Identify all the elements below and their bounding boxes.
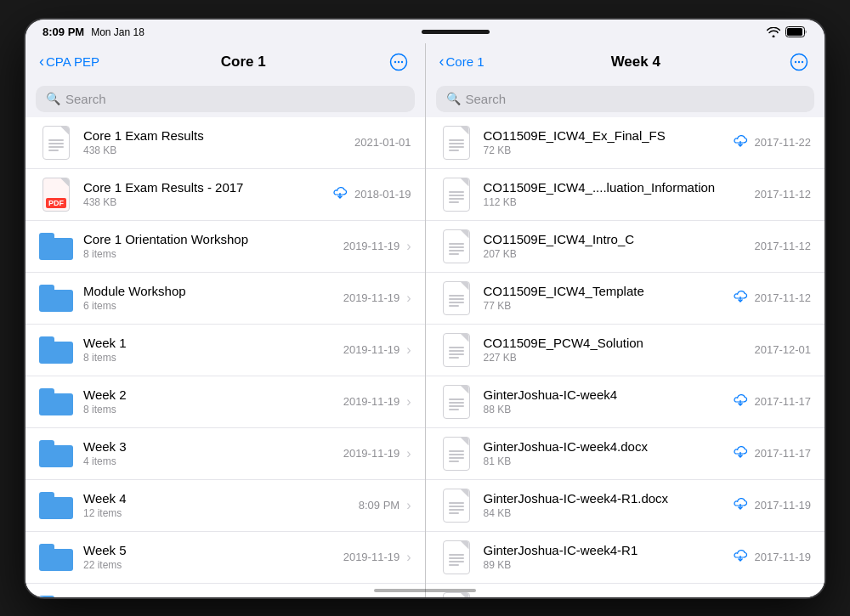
ipad-screen: 8:09 PM Mon Jan 18	[26, 20, 824, 597]
list-item[interactable]: Week 34 items2019-11-19›	[26, 428, 425, 480]
file-info: GinterJoshua-IC-week4-R189 KB	[484, 543, 733, 571]
file-info: Week 28 items	[83, 387, 343, 415]
battery-icon	[785, 26, 808, 37]
file-date: 2017-11-19	[755, 499, 812, 511]
right-file-list: CO11509E_ICW4_Ex_Final_FS72 KB2017-11-22…	[426, 117, 825, 597]
file-info: Core 1 Exam Results - 2017438 KB	[83, 180, 332, 208]
doc-icon	[439, 592, 473, 597]
file-name: GinterJoshua-PC-week4	[484, 595, 733, 597]
cloud-download-icon[interactable]	[733, 444, 748, 462]
file-date: 2017-11-19	[755, 551, 812, 563]
file-date: 2021-01-01	[354, 136, 411, 149]
file-right: 8:09 PM›	[359, 498, 411, 513]
file-date: 2019-11-19	[343, 551, 400, 563]
file-info: Core 1 Exam Results438 KB	[83, 128, 354, 156]
chevron-right-icon: ›	[406, 239, 411, 254]
file-date: 2017-11-22	[755, 136, 812, 149]
file-right: 2017-11-22	[733, 133, 812, 151]
wifi-icon	[767, 27, 780, 37]
list-item[interactable]: Module Workshop6 items2019-11-19›	[26, 273, 425, 325]
list-item[interactable]: CO11509E_ICW4_Intro_C207 KB2017-11-12	[426, 221, 825, 273]
file-right: 2018-01-19	[332, 185, 411, 203]
doc-icon	[39, 126, 73, 160]
file-info: Core 1 Orientation Workshop8 items	[83, 232, 343, 260]
file-info: GinterJoshua-IC-week4-R1.docx84 KB	[484, 491, 733, 519]
file-right: 2017-11-19	[733, 496, 812, 514]
list-item[interactable]: Week 69 items2019-11-19›	[26, 584, 425, 597]
file-name: GinterJoshua-IC-week4	[484, 387, 733, 402]
file-info: CO11509E_ICW4_Intro_C207 KB	[484, 232, 755, 260]
list-item[interactable]: PDFCore 1 Exam Results - 2017438 KB2018-…	[26, 169, 425, 221]
cloud-download-icon[interactable]	[733, 548, 748, 566]
list-item[interactable]: GinterJoshua-IC-week488 KB2017-11-17	[426, 376, 825, 428]
svg-point-3	[394, 60, 396, 62]
list-item[interactable]: Core 1 Exam Results438 KB2021-01-01	[26, 117, 425, 169]
cloud-download-icon[interactable]	[733, 393, 748, 410]
folder-icon	[39, 437, 73, 471]
file-info: CO11509E_PCW4_Solution227 KB	[484, 336, 755, 364]
list-item[interactable]: GinterJoshua-IC-week4.docx81 KB2017-11-1…	[426, 428, 825, 480]
file-name: Week 2	[83, 387, 343, 402]
file-info: Week 522 items	[83, 543, 343, 571]
list-item[interactable]: GinterJoshua-IC-week4-R189 KB2017-11-19	[426, 532, 825, 584]
list-item[interactable]: GinterJoshua-IC-week4-R1.docx84 KB2017-1…	[426, 480, 825, 532]
left-nav-bar: ‹ CPA PEP Core 1	[26, 43, 425, 81]
file-date: 2017-11-12	[755, 291, 812, 304]
svg-rect-1	[787, 28, 802, 36]
right-search-input[interactable]: 🔍 Search	[436, 86, 815, 112]
file-right: 2017-11-12	[755, 188, 812, 201]
file-date: 2017-12-01	[755, 343, 812, 356]
left-more-button[interactable]	[387, 50, 411, 74]
file-date: 2017-11-12	[755, 188, 812, 201]
right-more-button[interactable]	[787, 50, 811, 74]
file-name: CO11509E_ICW4_Ex_Final_FS	[484, 128, 733, 143]
file-meta: 22 items	[83, 559, 343, 571]
file-name: CO11509E_PCW4_Solution	[484, 336, 755, 350]
home-indicator	[374, 589, 476, 592]
left-search-input[interactable]: 🔍 Search	[36, 86, 415, 112]
ipad-frame: 8:09 PM Mon Jan 18	[26, 20, 824, 597]
list-item[interactable]: Week 522 items2019-11-19›	[26, 532, 425, 584]
file-meta: 227 KB	[484, 352, 755, 364]
right-back-button[interactable]: ‹ Core 1	[439, 54, 484, 69]
file-meta: 89 KB	[484, 559, 733, 571]
list-item[interactable]: Week 28 items2019-11-19›	[26, 376, 425, 428]
file-name: Week 4	[83, 491, 359, 506]
cloud-download-icon[interactable]	[733, 133, 748, 151]
list-item[interactable]: Core 1 Orientation Workshop8 items2019-1…	[26, 221, 425, 273]
cloud-download-icon[interactable]	[733, 289, 748, 307]
file-name: Core 1 Exam Results - 2017	[83, 180, 332, 195]
right-search-placeholder: Search	[466, 92, 507, 106]
chevron-right-icon: ›	[406, 550, 411, 565]
left-back-button[interactable]: ‹ CPA PEP	[39, 54, 99, 69]
list-item[interactable]: CO11509E_ICW4_....luation_Information112…	[426, 169, 825, 221]
doc-icon	[439, 178, 473, 212]
cloud-download-icon[interactable]	[733, 496, 748, 514]
left-search-placeholder: Search	[65, 92, 106, 106]
chevron-right-icon: ›	[406, 446, 411, 461]
file-date: 2019-11-19	[343, 291, 400, 304]
split-view: ‹ CPA PEP Core 1	[26, 43, 824, 597]
file-name: Core 1 Exam Results	[83, 128, 354, 143]
chevron-right-icon: ›	[406, 291, 411, 306]
file-date: 2017-11-17	[755, 395, 812, 408]
svg-point-4	[398, 60, 400, 62]
file-meta: 8 items	[83, 248, 343, 260]
file-name: CO11509E_ICW4_....luation_Information	[484, 180, 755, 195]
file-meta: 88 KB	[484, 404, 733, 415]
folder-icon	[39, 592, 73, 597]
cloud-download-icon[interactable]	[332, 185, 348, 203]
file-date: 2019-11-19	[343, 395, 400, 408]
list-item[interactable]: Week 18 items2019-11-19›	[26, 325, 425, 376]
list-item[interactable]: GinterJoshua-PC-week424 KB2017-11-17	[426, 584, 825, 597]
file-date: 2019-11-19	[343, 240, 400, 252]
doc-icon	[439, 385, 473, 419]
list-item[interactable]: CO11509E_ICW4_Template77 KB2017-11-12	[426, 273, 825, 325]
left-search-icon: 🔍	[46, 92, 60, 105]
list-item[interactable]: Week 412 items8:09 PM›	[26, 480, 425, 532]
list-item[interactable]: CO11509E_ICW4_Ex_Final_FS72 KB2017-11-22	[426, 117, 825, 169]
svg-point-5	[401, 60, 403, 62]
file-right: 2019-11-19›	[343, 291, 411, 306]
file-meta: 72 KB	[484, 144, 733, 156]
list-item[interactable]: CO11509E_PCW4_Solution227 KB2017-12-01	[426, 325, 825, 376]
